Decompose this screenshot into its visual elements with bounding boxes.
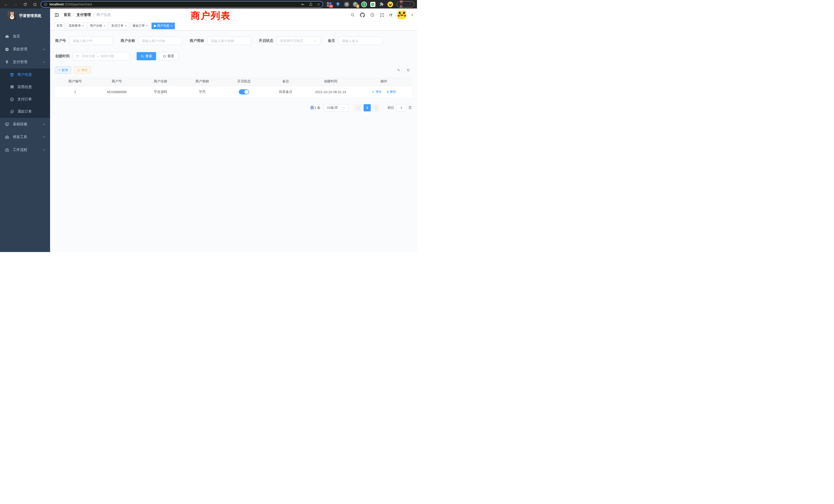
close-icon[interactable]: ×	[171, 24, 173, 27]
prev-page-button[interactable]: ‹	[355, 104, 362, 111]
extension-chat-icon[interactable]	[370, 2, 376, 7]
table-row: 1 M233666999 芋道源码 芋艿 我是备注 2021-10-23 08:…	[55, 86, 412, 98]
show-search-button[interactable]	[395, 66, 402, 74]
sidebar-item-merchant-info[interactable]: 商户信息	[0, 69, 50, 81]
grid-icon	[10, 85, 14, 89]
page-1-button[interactable]: 1	[364, 104, 371, 111]
merchant-name-input[interactable]	[138, 37, 182, 45]
sidebar-item-app-info[interactable]: 应用信息	[0, 81, 50, 93]
edit-pen-icon	[372, 90, 375, 93]
fullscreen-icon[interactable]	[380, 13, 384, 17]
extensions-puzzle-icon[interactable]	[379, 2, 385, 7]
github-icon[interactable]	[360, 13, 365, 18]
close-icon[interactable]: ×	[125, 24, 127, 27]
bookmark-star-icon[interactable]: ☆	[317, 2, 320, 7]
home-icon[interactable]	[33, 2, 37, 6]
refresh-table-button[interactable]	[405, 66, 412, 74]
password-key-icon[interactable]	[301, 2, 305, 6]
range-separator: -	[97, 54, 98, 58]
tab-process-form[interactable]: 流程表单×	[66, 23, 86, 29]
table-header-row: 商户编号 商户号 商户全称 商户简称 开启状态 备注 创建时间 操作	[55, 77, 412, 86]
delete-button[interactable]: 删除	[386, 90, 396, 94]
merchant-short-name-input[interactable]	[207, 37, 251, 45]
site-info-icon[interactable]	[44, 2, 47, 6]
command-glyph: ⌘	[344, 2, 349, 7]
breadcrumb-home[interactable]: 首页	[64, 13, 71, 17]
goto-page-input[interactable]	[396, 104, 407, 111]
field-label: 创建时间	[55, 54, 70, 59]
close-icon[interactable]: ×	[104, 24, 105, 27]
create-time-range-picker[interactable]: 开始日期 - 结束日期	[73, 52, 130, 60]
pagination: 共1 条 10条/页 ‹ 1 › 前往 页	[55, 104, 412, 111]
search-button[interactable]: 搜索	[137, 52, 156, 60]
close-icon[interactable]: ×	[82, 24, 84, 27]
tab-home[interactable]: 首页	[54, 23, 65, 29]
back-icon[interactable]: ←	[4, 2, 8, 6]
help-icon[interactable]: ?	[370, 13, 375, 17]
column-header: 创建时间	[306, 77, 356, 86]
column-header: 备注	[266, 77, 306, 86]
url-bar[interactable]: localhost:1024/pay/merchant ☆	[41, 1, 323, 8]
add-button[interactable]: + 新增	[55, 66, 71, 74]
filter-remark: 备注	[328, 37, 382, 45]
menu-fold-icon[interactable]	[54, 13, 59, 18]
store-icon	[10, 73, 14, 77]
reset-button[interactable]: 重置	[159, 52, 178, 60]
extension-y-icon[interactable]: Y	[361, 2, 367, 7]
chevron-down-icon	[42, 136, 45, 139]
end-date-placeholder: 结束日期	[101, 54, 114, 59]
forward-icon[interactable]: →	[14, 2, 18, 6]
big-t: T	[390, 13, 392, 17]
page-size-select[interactable]: 10条/页	[324, 104, 348, 111]
reload-icon[interactable]	[23, 2, 27, 6]
download-icon	[77, 69, 80, 72]
sidebar-item-dev-tools[interactable]: 研发工具	[0, 131, 50, 143]
search-icon[interactable]	[351, 13, 355, 17]
dashboard-icon	[5, 35, 9, 39]
share-icon[interactable]	[309, 2, 313, 6]
browser-extensions: 10 ⌘ 1 Y	[326, 2, 393, 7]
remark-input[interactable]	[338, 37, 382, 45]
extension-gem-icon[interactable]	[335, 2, 341, 7]
tab-pay-order[interactable]: 支付订单×	[109, 23, 129, 29]
extension-session-icon[interactable]: 1	[353, 2, 358, 7]
sidebar-logo-row[interactable]: 芋道管理系统	[0, 8, 50, 23]
extension-command-icon[interactable]: ⌘	[344, 2, 349, 7]
next-page-button[interactable]: ›	[372, 104, 379, 111]
filter-row-1: 商户号 商户全称 商户简称 开启状态 请选择开启状态	[55, 37, 412, 45]
filter-merchant-short-name: 商户简称	[190, 37, 251, 45]
close-icon[interactable]: ×	[146, 24, 148, 27]
tags-view-bar: 首页 流程表单× 用户分组× 支付订单× 退款订单× 商户信息×	[50, 21, 417, 30]
url-text[interactable]: localhost:1024/pay/merchant	[49, 3, 92, 6]
browser-update-button[interactable]: 更新 ⋮	[397, 1, 414, 7]
refresh-icon	[407, 68, 410, 72]
tab-label: 支付订单	[111, 24, 124, 28]
add-label: 新增	[62, 68, 68, 72]
status-toggle[interactable]	[239, 89, 249, 94]
sidebar-item-home[interactable]: 首页	[0, 30, 50, 43]
browser-profile-avatar[interactable]	[388, 2, 393, 7]
sidebar-item-pay-order[interactable]: 支付订单	[0, 93, 50, 106]
breadcrumb-pay[interactable]: 支付管理	[76, 13, 91, 17]
merchant-no-input[interactable]	[69, 37, 113, 45]
sidebar-item-refund-order[interactable]: 退款订单	[0, 106, 50, 118]
sidebar-item-infra[interactable]: 基础设施	[0, 118, 50, 131]
sidebar-item-label: 系统管理	[13, 47, 27, 51]
status-select[interactable]: 请选择开启状态	[277, 37, 320, 45]
tab-merchant-info[interactable]: 商户信息×	[152, 23, 175, 29]
edit-button[interactable]: 修改	[372, 90, 381, 94]
tab-refund-order[interactable]: 退款订单×	[130, 23, 150, 29]
tab-user-group[interactable]: 用户分组×	[88, 23, 108, 29]
user-avatar[interactable]	[397, 10, 406, 19]
sidebar-item-label: 支付订单	[18, 97, 32, 101]
app-title: 芋道管理系统	[19, 13, 41, 18]
sidebar-item-pay[interactable]: ¥ 支付管理	[0, 56, 50, 69]
sidebar-item-workflow[interactable]: 工作流程	[0, 143, 50, 156]
sidebar-item-system[interactable]: 系统管理	[0, 43, 50, 56]
font-size-icon[interactable]: tT	[389, 13, 393, 17]
avatar-caret-icon[interactable]: ▾	[411, 13, 413, 17]
browser-menu-icon[interactable]: ⋮	[408, 2, 412, 6]
extension-grid-icon[interactable]: 10	[326, 2, 332, 7]
export-button[interactable]: 导出	[74, 66, 91, 74]
app-logo	[8, 11, 17, 20]
